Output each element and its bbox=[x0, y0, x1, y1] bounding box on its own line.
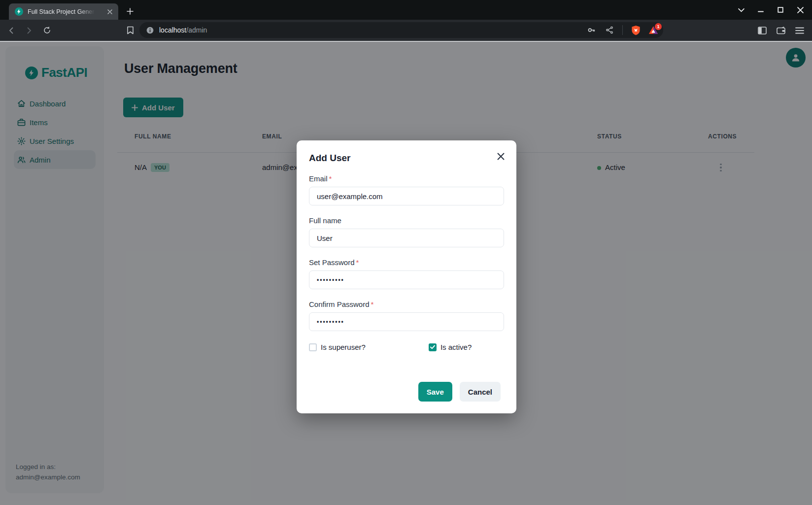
page-top-edge bbox=[0, 41, 812, 42]
is-active-checkbox-group[interactable]: Is active? bbox=[429, 343, 472, 351]
is-superuser-checkbox-group[interactable]: Is superuser? bbox=[309, 343, 366, 351]
set-password-field[interactable] bbox=[309, 270, 504, 289]
url-host: localhost bbox=[159, 26, 186, 34]
minimize-button[interactable] bbox=[755, 4, 767, 16]
add-user-modal: Add User Email* Full name Set Password* … bbox=[297, 140, 516, 413]
fastapi-favicon-icon bbox=[15, 7, 23, 16]
save-button[interactable]: Save bbox=[418, 382, 452, 402]
password-key-icon[interactable] bbox=[586, 25, 597, 35]
maximize-button[interactable] bbox=[775, 4, 786, 16]
is-active-checkbox[interactable] bbox=[429, 343, 437, 351]
browser-tab[interactable]: Full Stack Project Genera bbox=[9, 3, 118, 20]
check-icon bbox=[430, 345, 435, 349]
url-path: /admin bbox=[186, 26, 207, 34]
confirm-password-field[interactable] bbox=[309, 312, 504, 331]
new-tab-button[interactable] bbox=[124, 5, 136, 17]
tab-search-chevron-icon[interactable] bbox=[735, 4, 747, 16]
is-superuser-checkbox[interactable] bbox=[309, 343, 317, 351]
set-password-label: Set Password* bbox=[309, 258, 504, 267]
menu-hamburger-icon[interactable] bbox=[794, 25, 805, 36]
url-text: localhost/admin bbox=[159, 26, 207, 34]
window-controls bbox=[735, 0, 812, 20]
confirm-password-label-text: Confirm Password bbox=[309, 300, 370, 308]
is-active-label: Is active? bbox=[440, 343, 472, 351]
brave-rewards-icon[interactable]: 1 bbox=[648, 26, 658, 34]
required-asterisk: * bbox=[329, 174, 332, 183]
back-icon[interactable] bbox=[6, 25, 17, 36]
required-asterisk: * bbox=[356, 258, 359, 267]
reload-icon[interactable] bbox=[41, 25, 52, 36]
set-password-label-text: Set Password bbox=[309, 258, 355, 267]
full-name-field[interactable] bbox=[309, 229, 504, 247]
full-name-label: Full name bbox=[309, 216, 504, 225]
close-window-button[interactable] bbox=[794, 4, 806, 16]
cancel-button[interactable]: Cancel bbox=[460, 382, 501, 402]
email-label: Email* bbox=[309, 174, 504, 183]
toolbar-divider bbox=[622, 25, 623, 35]
page-content: FastAPI Dashboard Items User Settings bbox=[0, 41, 812, 505]
modal-close-button[interactable] bbox=[494, 150, 507, 163]
is-superuser-label: Is superuser? bbox=[321, 343, 366, 351]
email-label-text: Email bbox=[309, 174, 328, 183]
forward-icon[interactable] bbox=[24, 25, 34, 36]
browser-toolbar: localhost/admin 1 bbox=[0, 20, 812, 41]
close-icon bbox=[497, 153, 505, 160]
rewards-badge: 1 bbox=[655, 23, 662, 30]
email-field[interactable] bbox=[309, 187, 504, 205]
tab-close-icon[interactable] bbox=[105, 7, 114, 16]
sidebar-toggle-icon[interactable] bbox=[757, 25, 768, 36]
required-asterisk: * bbox=[371, 300, 374, 308]
wallet-icon[interactable] bbox=[776, 25, 786, 36]
bookmark-icon[interactable] bbox=[125, 25, 135, 36]
modal-title: Add User bbox=[309, 153, 504, 164]
url-bar[interactable]: localhost/admin 1 bbox=[139, 22, 663, 38]
confirm-password-label: Confirm Password* bbox=[309, 300, 504, 308]
site-info-icon[interactable] bbox=[144, 25, 155, 35]
tab-strip: Full Stack Project Genera bbox=[0, 0, 812, 20]
tab-title: Full Stack Project Genera bbox=[28, 8, 97, 15]
share-icon[interactable] bbox=[604, 25, 615, 35]
brave-shields-icon[interactable] bbox=[630, 25, 641, 35]
